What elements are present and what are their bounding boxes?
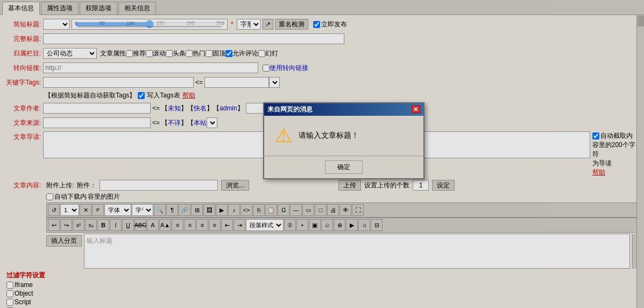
modal-titlebar: 来自网页的消息 ✕	[264, 103, 423, 116]
modal-close-button[interactable]: ✕	[412, 106, 420, 113]
modal-dialog: 来自网页的消息 ✕ ⚠ 请输入文章标题！ 确定	[263, 102, 424, 179]
modal-overlay: 来自网页的消息 ✕ ⚠ 请输入文章标题！ 确定	[0, 0, 644, 308]
modal-title: 来自网页的消息	[267, 105, 313, 114]
modal-warning-icon: ⚠	[275, 124, 292, 147]
modal-footer: 确定	[264, 156, 423, 178]
modal-message: 请输入文章标题！	[299, 131, 359, 141]
modal-ok-button[interactable]: 确定	[325, 160, 363, 174]
modal-body: ⚠ 请输入文章标题！	[264, 116, 423, 156]
